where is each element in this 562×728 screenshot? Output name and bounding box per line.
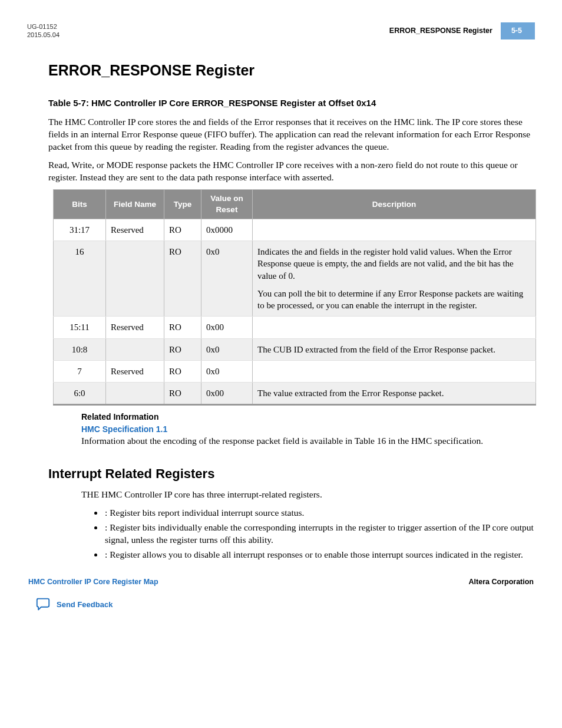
th-reset: Value on Reset bbox=[201, 190, 253, 219]
related-info-link[interactable]: HMC Specification 1.1 bbox=[27, 424, 535, 435]
footer-left[interactable]: HMC Controller IP Core Register Map bbox=[28, 577, 158, 587]
doc-id: UG-01152 bbox=[27, 22, 59, 31]
list-item: : Register bits report individual interr… bbox=[104, 507, 535, 519]
list-item: : Register allows you to disable all int… bbox=[104, 549, 535, 561]
table-row: 6:0 RO 0x00 The value extracted from the… bbox=[54, 383, 536, 405]
list-item: : Register bits individually enable the … bbox=[104, 522, 535, 546]
footer-right: Altera Corporation bbox=[469, 577, 534, 587]
page-footer: HMC Controller IP Core Register Map Alte… bbox=[27, 577, 535, 587]
interrupt-intro: THE HMC Controller IP core has three int… bbox=[27, 489, 535, 501]
section-title-interrupt: Interrupt Related Registers bbox=[27, 465, 535, 483]
running-title: ERROR_RESPONSE Register bbox=[389, 22, 501, 39]
page-header: UG-01152 2015.05.04 ERROR_RESPONSE Regis… bbox=[27, 22, 535, 39]
table-caption: Table 5-7: HMC Controller IP Core ERROR_… bbox=[27, 97, 535, 109]
page-number: 5-5 bbox=[501, 22, 535, 39]
intro-paragraph-2: Read, Write, or MODE response packets th… bbox=[27, 159, 535, 184]
table-row: 7 Reserved RO 0x0 bbox=[54, 360, 536, 382]
th-field: Field Name bbox=[106, 190, 164, 219]
th-type: Type bbox=[164, 190, 201, 219]
doc-date: 2015.05.04 bbox=[27, 31, 59, 39]
register-table: Bits Field Name Type Value on Reset Desc… bbox=[53, 189, 536, 406]
send-feedback-label: Send Feedback bbox=[57, 599, 113, 610]
th-desc: Description bbox=[253, 190, 536, 219]
interrupt-list: : Register bits report individual interr… bbox=[27, 507, 535, 561]
related-info-head: Related Information bbox=[27, 411, 535, 423]
send-feedback-link[interactable]: Send Feedback bbox=[27, 598, 535, 611]
related-info-text: Information about the encoding of the re… bbox=[27, 435, 535, 447]
th-bits: Bits bbox=[54, 190, 106, 219]
table-row: 31:17 Reserved RO 0x0000 bbox=[54, 219, 536, 241]
section-title-error-response: ERROR_RESPONSE Register bbox=[27, 61, 535, 81]
intro-paragraph-1: The HMC Controller IP core stores the an… bbox=[27, 116, 535, 153]
table-row: 16 RO 0x0 Indicates the and fields in th… bbox=[54, 241, 536, 317]
table-row: 15:11 Reserved RO 0x00 bbox=[54, 317, 536, 338]
header-left: UG-01152 2015.05.04 bbox=[27, 22, 59, 39]
feedback-bubble-icon bbox=[35, 598, 51, 611]
header-right: ERROR_RESPONSE Register 5-5 bbox=[389, 22, 535, 39]
table-row: 10:8 RO 0x0 The CUB ID extracted from th… bbox=[54, 338, 536, 360]
